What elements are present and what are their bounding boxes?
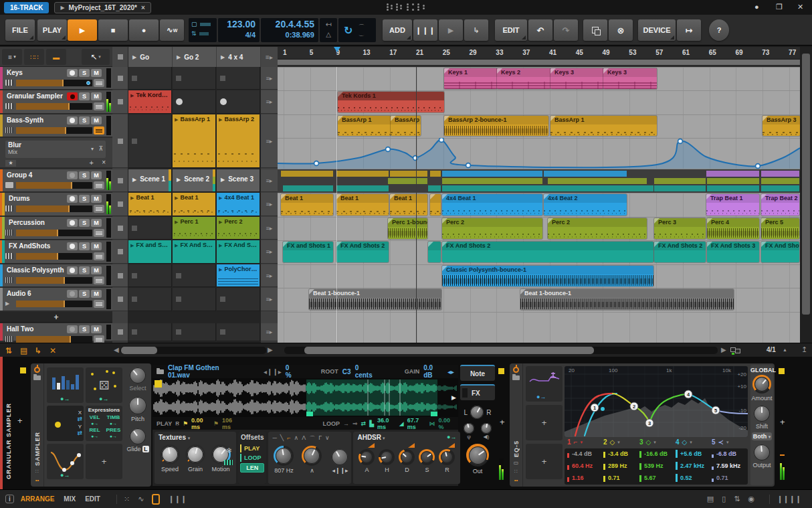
eq-freq-value[interactable]: 2.47 kHz <box>680 462 704 469</box>
filter-shape-icon-3[interactable]: ∧ <box>294 434 299 443</box>
undo-icon[interactable]: ↶ <box>528 19 552 41</box>
eq-band-2[interactable]: 2◇▾ <box>603 438 620 446</box>
sampler-preset-folder-icon[interactable] <box>33 375 41 380</box>
launcher-play-icon[interactable]: ▶ <box>439 19 463 41</box>
play-end-value[interactable]: 106 ms <box>222 417 239 430</box>
launcher-clip[interactable]: ▶FX And Shots 2 <box>173 240 215 263</box>
reverse-icon[interactable]: R̲ <box>175 420 179 426</box>
pan-dot[interactable] <box>86 81 90 85</box>
scene-go[interactable]: ▶Go <box>128 47 172 67</box>
filter-shape-icon-2[interactable]: ⌐ <box>287 434 290 443</box>
add-device-before-button[interactable]: + <box>17 416 23 426</box>
track-scene-menu[interactable]: ≡▸ <box>261 323 278 341</box>
edit-button[interactable]: EDIT <box>495 19 527 41</box>
glide-knob[interactable] <box>130 428 146 444</box>
launcher-cell[interactable]: ▶Scene 3 <box>217 169 260 192</box>
automation-lane-row[interactable]: BlurMix▾⊼★+× <box>0 138 112 168</box>
dropdown-arrow-icon[interactable]: ▾ <box>91 146 94 152</box>
track-row[interactable]: Hall TwoSM <box>0 323 112 341</box>
tune-value[interactable]: 0 cents <box>355 364 378 379</box>
eq-gain-value[interactable]: -3.4 dB <box>608 450 628 457</box>
track-scene-menu[interactable]: ≡▸ <box>261 114 278 168</box>
offset-play[interactable]: PLAY <box>240 444 264 452</box>
record-slot-icon[interactable] <box>220 98 227 105</box>
arranger-clip[interactable]: Keys 3 <box>603 68 657 89</box>
arranger-clip[interactable]: Keys 2 <box>497 68 550 89</box>
arranger-clip[interactable]: FX And Shots <box>761 242 799 262</box>
launcher-cell[interactable] <box>173 90 216 114</box>
launcher-cell[interactable]: ▶Scene 1 <box>128 169 172 192</box>
track-stop-button[interactable] <box>112 67 128 90</box>
filter-res-knob[interactable] <box>304 448 320 464</box>
launcher-toggle-icon[interactable]: ∷∷ <box>24 49 44 65</box>
track-stop-button[interactable] <box>112 240 128 264</box>
track-stop-button[interactable] <box>112 264 128 287</box>
link-icon[interactable]: ∿ <box>138 495 144 503</box>
time-value[interactable]: 0:38.969 <box>261 30 318 40</box>
position-display[interactable]: 20.4.4.55 0:38.969 <box>261 18 318 42</box>
record-slot-icon[interactable] <box>176 98 183 105</box>
arranger-toggle-icon[interactable]: ▬ <box>46 49 66 65</box>
mute-button[interactable]: M <box>91 116 102 124</box>
launcher-clip[interactable]: ▶Beat 1 <box>128 193 171 216</box>
loop-fade-value[interactable]: 0.00 % <box>438 417 454 430</box>
eq-q-value[interactable]: 0.71 <box>716 475 728 481</box>
launcher-cell[interactable]: ▶Perc 1 <box>173 217 216 240</box>
arranger-clip[interactable]: BassArp 1 <box>338 116 391 136</box>
env-s-knob[interactable] <box>421 451 433 463</box>
launcher-cell[interactable] <box>173 264 216 287</box>
filter-shape-icon-7[interactable]: ∨ <box>325 434 330 443</box>
solo-button[interactable]: S <box>79 242 90 250</box>
solo-button[interactable]: S <box>79 219 90 227</box>
automation-target-box[interactable]: BlurMix▾⊼ <box>5 141 106 158</box>
help-button[interactable]: ? <box>709 19 729 41</box>
track-stop-button[interactable] <box>112 193 128 216</box>
launcher-cell[interactable]: ▶Tek Kords 1 <box>128 90 172 114</box>
device-panel-toggle-icon[interactable] <box>152 494 160 505</box>
mute-button[interactable]: M <box>91 266 102 274</box>
duplicate-icon[interactable] <box>583 19 607 41</box>
group-scene-clip[interactable]: ▶Scene 2 <box>173 169 215 191</box>
sampler-grid-icon[interactable]: ∷ <box>35 469 39 475</box>
track-scene-menu[interactable]: ≡▸ <box>261 288 278 311</box>
solo-button[interactable]: S <box>79 171 90 179</box>
arranger-clip[interactable]: BassArp 3 <box>763 116 800 136</box>
pitch-bend-knob[interactable] <box>464 423 474 434</box>
volume-fader[interactable] <box>16 230 92 236</box>
fx-chain-button[interactable]: FX <box>460 384 495 400</box>
arm-button[interactable] <box>67 116 78 124</box>
select-knob[interactable] <box>130 367 146 384</box>
tempo-value[interactable]: 123.00 <box>218 18 260 30</box>
close-window-icon[interactable]: ✕ <box>797 3 803 11</box>
arranger-vertical-scrollbar[interactable] <box>800 47 812 343</box>
automation-curve[interactable] <box>278 138 800 169</box>
play-start-value[interactable]: 0.00 ms <box>191 417 210 430</box>
mode-dropdown[interactable]: Both ▾ <box>752 432 772 440</box>
mute-button[interactable]: M <box>91 325 102 333</box>
track-row[interactable]: FX AndShotsSM <box>0 240 112 264</box>
launcher-scrollbar-thumb[interactable] <box>121 347 157 354</box>
arranger-clip[interactable]: Beat 1-bounce-1 <box>520 289 734 310</box>
launcher-cell[interactable] <box>128 67 172 90</box>
solo-button[interactable]: S <box>79 325 90 333</box>
scene-menu-header[interactable]: ≡▸ <box>261 47 278 67</box>
expression-timb[interactable]: TIMB●→ <box>106 414 121 426</box>
track-row[interactable]: PercussionSM <box>0 217 112 240</box>
keytrack-value[interactable]: 0 % <box>286 364 297 379</box>
tab-close-icon[interactable]: × <box>141 4 145 11</box>
eq-q-value[interactable]: 0.52 <box>680 475 692 481</box>
arranger-clip[interactable]: Beat 1 <box>336 194 389 216</box>
track-stop-button[interactable] <box>112 217 128 240</box>
arranger-clip[interactable]: Perc 3 <box>654 218 706 239</box>
launcher-cell[interactable] <box>173 288 216 311</box>
launcher-cell[interactable]: ▶Beat 1 <box>128 193 172 216</box>
dice-modulator[interactable]: ⚄●→ <box>86 367 122 403</box>
track-row[interactable]: Classic PolysynthSM <box>0 264 112 287</box>
eq5-preset-folder-icon[interactable] <box>512 375 520 380</box>
sample-file-name[interactable]: Clap FM Gothen 01.wav <box>168 364 242 379</box>
touch-panel-icon[interactable]: ◉ <box>748 495 755 503</box>
grid-auto-icon[interactable]: ▲ <box>783 347 787 352</box>
launcher-cell[interactable] <box>217 90 260 114</box>
xy-modulator[interactable]: X⇄Y⇄ <box>47 406 84 441</box>
expression-rel[interactable]: REL●→ <box>88 427 102 439</box>
